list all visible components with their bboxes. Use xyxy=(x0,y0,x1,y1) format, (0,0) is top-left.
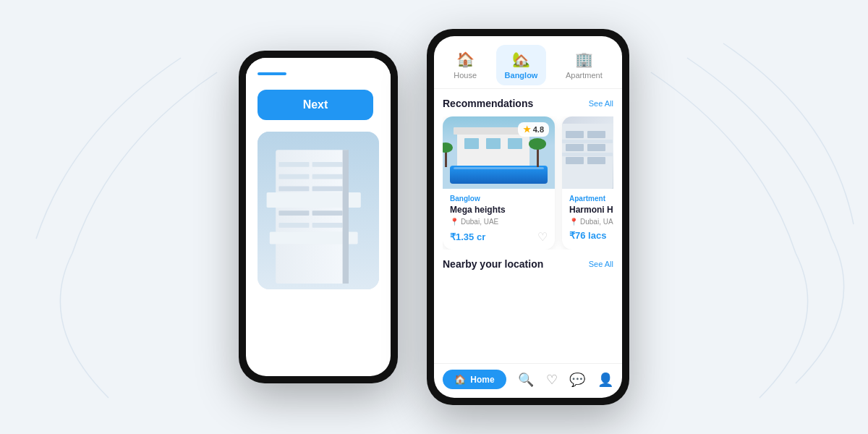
profile-nav-icon: 👤 xyxy=(597,372,613,388)
property-image-2 xyxy=(562,116,613,189)
phone-2-screen: 🏠 House 🏡 Banglow 🏢 Apartment Recommenda… xyxy=(434,36,622,398)
svg-rect-32 xyxy=(587,131,605,138)
nav-favorites[interactable]: ♡ xyxy=(546,372,558,388)
nearby-see-all[interactable]: See All xyxy=(589,260,613,268)
home-nav-label: Home xyxy=(470,375,494,385)
property-location-1: 📍 Dubai, UAE xyxy=(450,218,548,226)
banglow-icon: 🏡 xyxy=(512,51,530,68)
property-cards-list: ★ 4.8 Banglow Mega heights 📍 Dubai, UAE xyxy=(443,116,613,250)
svg-rect-33 xyxy=(566,144,584,151)
phone-2: 🏠 House 🏡 Banglow 🏢 Apartment Recommenda… xyxy=(427,29,629,405)
svg-rect-22 xyxy=(508,138,522,149)
svg-rect-6 xyxy=(278,187,309,192)
rating-badge-1: ★ 4.8 xyxy=(518,122,549,137)
svg-rect-38 xyxy=(562,153,613,156)
property-footer-1: ₹1.35 cr ♡ xyxy=(450,230,548,244)
svg-rect-37 xyxy=(562,140,613,143)
location-text-2: Dubai, UA xyxy=(580,218,613,226)
property-image-1: ★ 4.8 xyxy=(443,116,555,189)
recommendations-see-all[interactable]: See All xyxy=(589,99,613,108)
property-footer-2: ₹76 lacs xyxy=(569,230,613,241)
phone-1-screen: Next xyxy=(246,58,391,376)
svg-rect-11 xyxy=(312,210,343,216)
svg-rect-4 xyxy=(278,174,309,179)
tab-house[interactable]: 🏠 House xyxy=(445,45,485,85)
svg-rect-16 xyxy=(343,150,349,284)
apartment-icon: 🏢 xyxy=(575,51,593,68)
banglow-label: Banglow xyxy=(505,71,538,80)
property-card-2[interactable]: Apartment Harmoni He 📍 Dubai, UA ₹76 lac… xyxy=(562,116,613,250)
property-card-body-2: Apartment Harmoni He 📍 Dubai, UA ₹76 lac… xyxy=(562,189,613,247)
nav-messages[interactable]: 💬 xyxy=(569,372,585,388)
apartment-label: Apartment xyxy=(566,71,603,80)
app-content: Recommendations See All xyxy=(434,89,622,363)
location-icon-2: 📍 xyxy=(569,218,578,226)
property-location-2: 📍 Dubai, UA xyxy=(569,218,613,226)
tab-banglow[interactable]: 🏡 Banglow xyxy=(496,45,547,85)
property-card-body-1: Banglow Mega heights 📍 Dubai, UAE ₹1.35 … xyxy=(443,189,555,250)
location-icon-1: 📍 xyxy=(450,218,459,226)
apt-image-svg xyxy=(562,116,613,189)
svg-rect-31 xyxy=(566,131,584,138)
svg-rect-1 xyxy=(276,150,349,284)
nav-profile[interactable]: 👤 xyxy=(597,372,613,388)
svg-rect-35 xyxy=(566,157,584,164)
next-button[interactable]: Next xyxy=(258,90,373,120)
rating-value-1: 4.8 xyxy=(533,125,544,134)
svg-rect-34 xyxy=(587,144,605,151)
svg-point-26 xyxy=(529,138,546,150)
svg-rect-21 xyxy=(486,138,501,149)
svg-rect-36 xyxy=(587,157,605,164)
nearby-title: Nearby your location xyxy=(443,258,543,270)
messages-nav-icon: 💬 xyxy=(569,372,585,388)
house-icon: 🏠 xyxy=(456,51,475,68)
location-text-1: Dubai, UAE xyxy=(461,218,498,226)
svg-rect-3 xyxy=(312,162,343,167)
property-name-1: Mega heights xyxy=(450,205,548,215)
svg-rect-10 xyxy=(278,210,309,216)
property-name-2: Harmoni He xyxy=(569,205,613,215)
svg-rect-7 xyxy=(312,187,343,192)
nearby-header: Nearby your location See All xyxy=(443,258,613,270)
property-type-2: Apartment xyxy=(569,195,613,203)
recommendations-title: Recommendations xyxy=(443,98,533,109)
onboarding-screen: Next xyxy=(246,58,391,304)
phones-container: Next xyxy=(239,29,629,405)
progress-indicator xyxy=(258,72,286,75)
recommendations-header: Recommendations See All xyxy=(443,98,613,109)
svg-rect-13 xyxy=(312,223,343,228)
svg-rect-24 xyxy=(454,167,544,169)
property-type-1: Banglow xyxy=(450,195,548,203)
building-illustration xyxy=(258,132,379,289)
tab-apartment[interactable]: 🏢 Apartment xyxy=(557,45,611,85)
category-tabs: 🏠 House 🏡 Banglow 🏢 Apartment xyxy=(434,36,622,89)
svg-rect-12 xyxy=(278,223,309,228)
favorites-nav-icon: ♡ xyxy=(546,372,558,388)
svg-rect-20 xyxy=(464,138,479,149)
star-icon-1: ★ xyxy=(523,124,531,135)
nav-home[interactable]: 🏠 Home xyxy=(443,370,506,389)
search-nav-icon: 🔍 xyxy=(518,372,534,388)
home-nav-icon: 🏠 xyxy=(454,374,466,385)
property-card-1[interactable]: ★ 4.8 Banglow Mega heights 📍 Dubai, UAE xyxy=(443,116,555,250)
svg-rect-5 xyxy=(312,174,343,179)
favorite-button-1[interactable]: ♡ xyxy=(537,230,548,244)
building-image xyxy=(258,132,379,289)
svg-rect-2 xyxy=(278,162,309,167)
house-label: House xyxy=(454,71,477,80)
phone-1: Next xyxy=(239,51,398,383)
property-price-1: ₹1.35 cr xyxy=(450,231,485,242)
nav-search[interactable]: 🔍 xyxy=(518,372,534,388)
property-price-2: ₹76 lacs xyxy=(569,230,606,241)
bottom-navigation: 🏠 Home 🔍 ♡ 💬 👤 xyxy=(434,363,622,398)
